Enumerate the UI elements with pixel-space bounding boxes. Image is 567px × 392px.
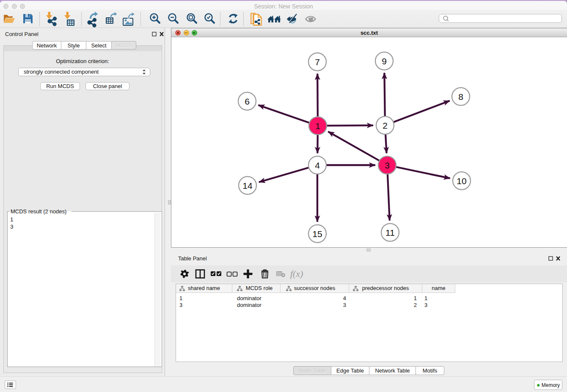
svg-text:2: 2 xyxy=(383,121,388,130)
svg-text:f(x): f(x) xyxy=(290,268,303,279)
svg-text:9: 9 xyxy=(382,56,387,66)
svg-text:14: 14 xyxy=(242,181,253,190)
svg-text:11: 11 xyxy=(385,228,395,237)
svg-text:7: 7 xyxy=(315,57,320,67)
svg-text:3: 3 xyxy=(385,160,390,170)
svg-text:1: 1 xyxy=(315,121,320,131)
svg-text:6: 6 xyxy=(245,97,250,106)
svg-text:10: 10 xyxy=(457,176,466,186)
svg-text:8: 8 xyxy=(458,92,463,102)
svg-text:4: 4 xyxy=(315,160,320,170)
svg-text:15: 15 xyxy=(312,229,322,239)
